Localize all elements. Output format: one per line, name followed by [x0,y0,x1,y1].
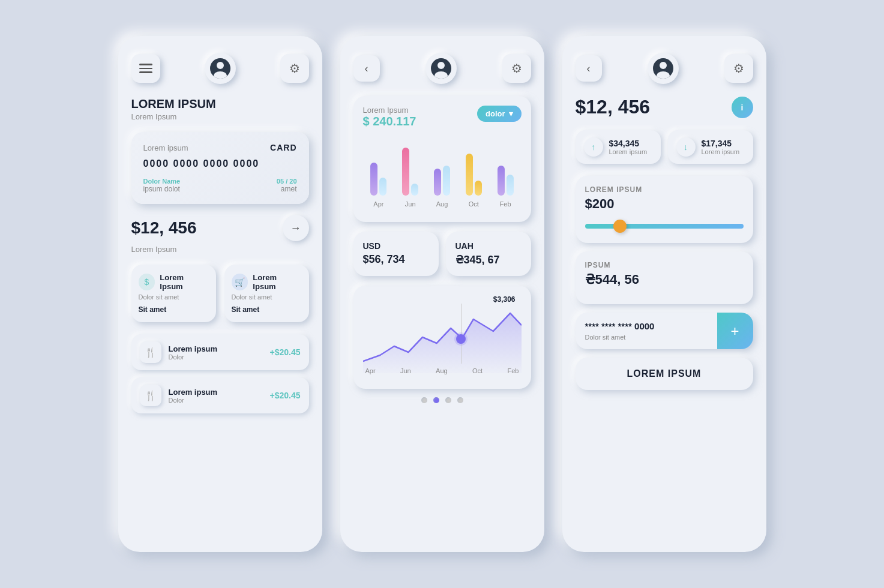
slider[interactable] [585,219,744,233]
transaction-item-0[interactable]: 🍴 Lorem ipsum Dolor +$20.45 [131,334,309,370]
slider-thumb[interactable] [613,220,627,233]
card-name-label: Dolor Name [143,178,181,185]
avatar-3 [648,53,679,84]
gear-icon-3: ⚙ [733,61,744,76]
card-name-value: ipsum dolot [143,185,181,193]
settings-button-3[interactable]: ⚙ [724,54,753,83]
dollar-icon: $ [139,274,155,290]
line-chart: $3,306 Ap [363,295,522,379]
bar-group-aug: Aug [430,136,454,208]
bar-oct-top [466,154,473,196]
bar-label-jun: Jun [405,200,416,208]
avatar-icon [210,58,230,79]
line-chart-marker-label: $3,306 [493,295,516,304]
quick-sub-1: Dolor sit amet [232,293,302,301]
currency-uah-name: UAH [456,241,522,251]
x-label-jun: Jun [400,367,411,374]
card-number: 0000 0000 0000 0000 [143,158,297,169]
quick-title-1: Lorem Ipsum [253,273,301,291]
quick-action-item-1[interactable]: 🛒 Lorem Ipsum Dolor sit amet Sit amet [224,265,309,322]
dot-3[interactable] [457,397,463,403]
balance-row-3: $12, 456 i [576,96,753,118]
screen2-header: ‹ ⚙ [353,53,531,84]
dropdown-label: dolor [486,109,505,118]
down-arrow-icon: ↓ [676,137,696,157]
dot-1[interactable] [433,397,439,403]
stat-card-down: ↓ $17,345 Lorem ipsum [668,130,753,164]
currency-uah: UAH ₴345, 67 [446,232,531,276]
currency-uah-amount: ₴345, 67 [456,253,522,266]
stat-card-up: ↑ $34,345 Lorem ipsum [576,130,661,164]
card-type: CARD [270,143,296,152]
balance-arrow-button[interactable]: → [283,215,309,241]
tx-sub-1: Dolor [169,397,263,404]
quick-actions: $ Lorem Ipsum Dolor sit amet Sit amet 🛒 … [131,265,309,322]
info-button[interactable]: i [732,97,753,118]
currency-usd-name: USD [363,241,429,251]
bar-group-feb: Feb [493,136,517,208]
quick-action-label-0: Sit amet [139,305,209,314]
submit-button[interactable]: LOREM IPSUM [576,358,753,390]
bar-group-apr: Apr [367,136,391,208]
screen-3: ‹ ⚙ $12, 456 i ↑ $34,345 Lorem ipsum [562,36,766,552]
stat-label-down: Lorem ipsum [702,148,740,155]
quick-title-0: Lorem Ipsum [160,273,208,291]
add-card-button[interactable]: + [717,313,753,349]
bar-feb-bottom [507,175,514,196]
ipsum-section-card: IPSUM ₴544, 56 [576,251,753,304]
screen3-header: ‹ ⚙ [576,53,753,84]
quick-action-item-0[interactable]: $ Lorem Ipsum Dolor sit amet Sit amet [131,265,216,322]
tx-info-0: Lorem ipsum Dolor [169,344,263,361]
settings-button[interactable]: ⚙ [280,54,309,83]
bar-label-apr: Apr [373,200,383,208]
bank-card: Lorem ipsum CARD 0000 0000 0000 0000 Dol… [131,132,309,204]
chart-amount: $ 240.117 [363,115,416,128]
line-chart-card: $3,306 Ap [353,286,531,389]
tx-info-1: Lorem ipsum Dolor [169,388,263,404]
tx-amount-1: +$20.45 [270,391,301,400]
line-chart-svg [363,295,522,373]
quick-sub-0: Dolor sit amet [139,293,209,301]
settings-button-2[interactable]: ⚙ [502,54,531,83]
back-button-3[interactable]: ‹ [576,55,602,82]
card-input-subtitle: Dolor sit amet [585,334,708,341]
bar-apr-bottom [379,178,386,196]
balance-amount: $12, 456 [131,218,197,238]
lorem-section-amount: $200 [585,196,744,212]
dot-2[interactable] [445,397,451,403]
card-exp-value: amet [277,185,297,193]
bar-label-feb: Feb [500,200,511,208]
ipsum-section-amount: ₴544, 56 [585,272,744,287]
stat-amount-up: $34,345 [609,139,648,148]
tx-amount-0: +$20.45 [270,347,301,357]
card-exp-label: 05 / 20 [277,178,297,185]
screen1-header: ⚙ [131,53,309,84]
bar-apr-top [370,163,377,196]
transaction-list: 🍴 Lorem ipsum Dolor +$20.45 🍴 Lorem ipsu… [131,334,309,413]
bar-chart-card: Lorem Ipsum $ 240.117 dolor ▾ Apr [353,96,531,222]
cart-icon: 🛒 [232,274,248,290]
avatar-icon-2 [431,58,451,79]
bar-group-oct: Oct [462,136,486,208]
dropdown-arrow-icon: ▾ [509,109,513,118]
transaction-item-1[interactable]: 🍴 Lorem ipsum Dolor +$20.45 [131,377,309,413]
dropdown-button[interactable]: dolor ▾ [477,106,522,122]
bar-aug-top [434,169,441,196]
stat-label-up: Lorem ipsum [609,148,648,155]
chart-label: Lorem Ipsum [363,106,416,115]
pagination-dots [353,397,531,403]
menu-button[interactable] [131,54,160,83]
tx-title-1: Lorem ipsum [169,388,263,397]
balance-row: $12, 456 → [131,215,309,241]
balance-subtitle: Lorem Ipsum [131,245,309,254]
card-number-masked: **** **** **** 0000 [585,321,708,331]
x-label-feb: Feb [508,367,519,374]
back-button[interactable]: ‹ [353,55,380,82]
bar-feb-top [498,166,505,196]
plus-icon: + [730,323,739,340]
greeting-title: LOREM IPSUM [131,97,309,111]
info-icon: i [741,103,744,112]
greeting-subtitle: Lorem Ipsum [131,112,309,121]
bar-chart: Apr Jun Aug [363,136,522,208]
dot-0[interactable] [421,397,427,403]
